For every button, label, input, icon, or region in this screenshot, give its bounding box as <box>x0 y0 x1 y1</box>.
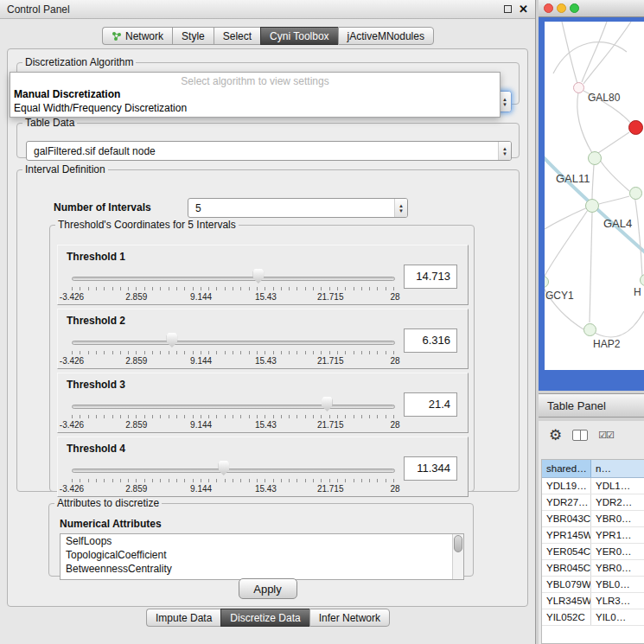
interval-definition-group: Interval Definition Number of Intervals … <box>16 163 520 492</box>
slider-thumb[interactable] <box>252 269 264 284</box>
num-intervals-select[interactable]: 5 ▲ ▼ <box>188 198 408 218</box>
cell-name[interactable]: YPR1… <box>591 527 644 543</box>
node-gal80[interactable] <box>573 82 584 93</box>
algorithm-dropdown: Select algorithm to view settings Manual… <box>10 72 501 118</box>
slider-track[interactable] <box>72 341 395 345</box>
node-right-edge[interactable] <box>629 187 642 200</box>
cell-shared-name[interactable]: YPR145W <box>542 527 591 543</box>
slider-track[interactable] <box>72 277 395 281</box>
table-row[interactable]: YIL052CYIL0… <box>542 609 644 626</box>
minimize-traffic-light[interactable] <box>557 3 566 13</box>
cell-shared-name[interactable]: YIL052C <box>542 609 591 625</box>
network-icon <box>112 31 122 41</box>
dropdown-option-manual-discretization[interactable]: Manual Discretization <box>10 87 500 101</box>
cell-shared-name[interactable]: YDR27… <box>542 494 591 510</box>
table-row[interactable]: YBR045CYBR0… <box>542 560 644 577</box>
tab-network[interactable]: Network <box>102 27 172 45</box>
cell-shared-name[interactable]: YLR345W <box>542 593 591 609</box>
table-row[interactable]: YLR345WYLR3… <box>542 593 644 609</box>
threshold-slider[interactable]: -3.426 2.859 9.144 15.43 21.715 28 <box>72 266 395 304</box>
table-row[interactable]: YDR27…YDR2… <box>542 494 644 511</box>
tick-label: -3.426 <box>60 420 84 430</box>
node-hap2[interactable] <box>583 323 596 336</box>
table-row[interactable]: YER054CYER0… <box>542 544 644 560</box>
tab-cyni-toolbox[interactable]: Cyni Toolbox <box>260 27 337 45</box>
tab-label: Select <box>223 30 252 42</box>
threshold-value-field[interactable]: 14.713 <box>404 265 457 289</box>
cell-shared-name[interactable]: YBR043C <box>542 511 591 526</box>
cell-name[interactable]: YBL0… <box>591 577 644 592</box>
list-item[interactable]: SelfLoops <box>61 534 463 548</box>
slider-thumb[interactable] <box>322 397 333 411</box>
slider-tick-labels: -3.426 2.859 9.144 15.43 21.715 28 <box>72 356 395 367</box>
node-selected-red[interactable] <box>628 120 643 135</box>
zoom-traffic-light[interactable] <box>570 3 579 13</box>
table-row[interactable]: YBR043CYBR0… <box>542 511 644 527</box>
cell-name[interactable]: YER0… <box>591 544 644 559</box>
tab-infer-network[interactable]: Infer Network <box>309 609 390 627</box>
dropdown-option-equal-width-frequency[interactable]: Equal Width/Frequency Discretization <box>10 101 500 115</box>
column-header-name[interactable]: n… <box>591 460 644 477</box>
tab-label: Impute Data <box>156 612 212 624</box>
tab-impute-data[interactable]: Impute Data <box>146 609 220 627</box>
tick-label: 28 <box>390 292 399 302</box>
table-panel-toolbar: ⚙ ☑☑ <box>539 421 644 449</box>
cell-name[interactable]: YIL0… <box>591 609 644 625</box>
table-panel-window: ⚙ ☑☑ shared… n… YDL19…YDL1… YDR27…YDR2… … <box>539 421 644 644</box>
cell-name[interactable]: YDL1… <box>591 478 644 494</box>
list-scrollbar[interactable] <box>452 534 463 579</box>
cell-name[interactable]: YDR2… <box>591 494 644 510</box>
list-item[interactable]: BetweennessCentrality <box>61 562 463 576</box>
slider-thumb[interactable] <box>218 461 229 475</box>
threshold-panel-2: Threshold 2 -3.426 2.859 9.144 15.43 21.… <box>57 309 469 369</box>
table-row[interactable]: YDL19…YDL1… <box>542 478 644 494</box>
cell-shared-name[interactable]: YBR045C <box>542 560 591 576</box>
cell-shared-name[interactable]: YBL079W <box>542 577 591 592</box>
tick-label: 15.43 <box>255 484 277 494</box>
threshold-value-field[interactable]: 21.4 <box>404 392 457 417</box>
cell-name[interactable]: YBR0… <box>591 511 644 526</box>
tab-select[interactable]: Select <box>214 27 260 45</box>
algorithm-group-title: Discretization Algorithm <box>22 56 136 68</box>
select-columns-icon[interactable]: ☑☑ <box>598 430 614 440</box>
threshold-slider[interactable]: -3.426 2.859 9.144 15.43 21.715 28 <box>72 330 395 368</box>
slider-track[interactable] <box>72 469 395 473</box>
slider-ticks <box>72 287 395 290</box>
cell-shared-name[interactable]: YDL19… <box>542 478 591 494</box>
gear-icon[interactable]: ⚙ <box>549 428 562 443</box>
list-item[interactable]: TopologicalCoefficient <box>61 548 463 562</box>
table-row[interactable]: YBL079WYBL0… <box>542 577 644 593</box>
close-traffic-light[interactable] <box>544 3 553 13</box>
column-header-shared-name[interactable]: shared… <box>542 460 591 477</box>
tab-style[interactable]: Style <box>172 27 214 45</box>
threshold-slider[interactable]: -3.426 2.859 9.144 15.43 21.715 28 <box>72 394 395 432</box>
node-gal4[interactable] <box>585 199 599 213</box>
close-window-icon[interactable]: ✕ <box>519 3 528 15</box>
table-data-select-value: galFiltered.sif default node <box>27 145 498 157</box>
cell-name[interactable]: YBR0… <box>591 560 644 576</box>
threshold-value-field[interactable]: 11.344 <box>404 456 457 481</box>
cell-name[interactable]: YLR3… <box>591 593 644 609</box>
tab-jactivemnodules[interactable]: jActiveMNodules <box>338 27 434 45</box>
cell-shared-name[interactable]: YER054C <box>542 544 591 559</box>
slider-thumb[interactable] <box>166 333 177 348</box>
node-gal11[interactable] <box>588 151 602 165</box>
float-window-icon[interactable] <box>504 5 512 13</box>
table-data-select[interactable]: galFiltered.sif default node ▲ ▼ <box>26 141 512 161</box>
threshold-value-field[interactable]: 6.316 <box>404 328 457 353</box>
tab-label: Network <box>125 30 163 42</box>
slider-tick-labels: -3.426 2.859 9.144 15.43 21.715 28 <box>72 292 395 303</box>
slider-tick-labels: -3.426 2.859 9.144 15.43 21.715 28 <box>72 420 395 430</box>
tab-discretize-data[interactable]: Discretize Data <box>220 609 309 627</box>
combo-stepper-icon[interactable]: ▲ ▼ <box>394 199 407 217</box>
slider-track[interactable] <box>72 405 395 409</box>
numerical-attributes-list[interactable]: SelfLoops TopologicalCoefficient Between… <box>60 533 464 580</box>
threshold-slider[interactable]: -3.426 2.859 9.144 15.43 21.715 28 <box>72 458 395 496</box>
table-row[interactable]: YPR145WYPR1… <box>542 527 644 544</box>
combo-stepper-icon[interactable]: ▲ ▼ <box>498 142 511 160</box>
scrollbar-thumb[interactable] <box>454 535 462 552</box>
tick-label: -3.426 <box>60 292 84 302</box>
network-canvas[interactable]: GAL80 GAL11 GAL4 GCY1 HAP2 H <box>545 22 644 370</box>
columns-icon[interactable] <box>572 430 588 441</box>
apply-button[interactable]: Apply <box>239 578 297 599</box>
